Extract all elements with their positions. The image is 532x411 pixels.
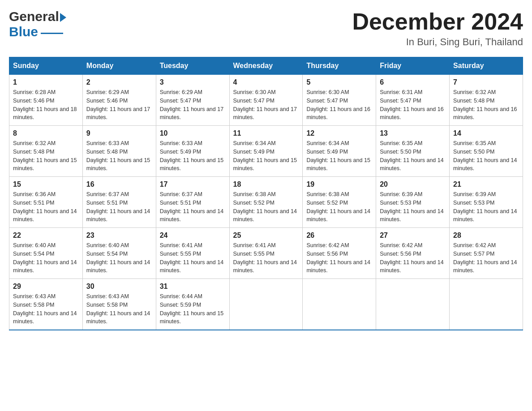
logo: General Blue: [9, 9, 67, 39]
day-number: 26: [306, 231, 372, 240]
table-row: [303, 279, 376, 330]
table-row: 20 Sunrise: 6:39 AM Sunset: 5:53 PM Dayl…: [376, 177, 450, 228]
day-number: 19: [306, 180, 372, 188]
table-row: 22 Sunrise: 6:40 AM Sunset: 5:54 PM Dayl…: [9, 228, 83, 279]
day-number: 17: [160, 180, 226, 188]
day-number: 16: [86, 180, 152, 188]
table-row: 19 Sunrise: 6:38 AM Sunset: 5:52 PM Dayl…: [303, 177, 376, 228]
day-info: Sunrise: 6:32 AM Sunset: 5:48 PM Dayligh…: [453, 88, 519, 122]
table-row: 18 Sunrise: 6:38 AM Sunset: 5:52 PM Dayl…: [229, 177, 303, 228]
table-row: 16 Sunrise: 6:37 AM Sunset: 5:51 PM Dayl…: [82, 177, 156, 228]
day-info: Sunrise: 6:40 AM Sunset: 5:54 PM Dayligh…: [13, 241, 79, 275]
day-info: Sunrise: 6:39 AM Sunset: 5:53 PM Dayligh…: [380, 190, 446, 224]
day-number: 22: [13, 231, 79, 240]
day-number: 18: [233, 180, 299, 188]
day-info: Sunrise: 6:42 AM Sunset: 5:56 PM Dayligh…: [380, 241, 446, 275]
col-saturday: Saturday: [450, 57, 523, 75]
day-info: Sunrise: 6:30 AM Sunset: 5:47 PM Dayligh…: [306, 88, 372, 122]
logo-general-text: General: [9, 9, 59, 24]
table-row: 30 Sunrise: 6:43 AM Sunset: 5:58 PM Dayl…: [82, 279, 156, 330]
day-number: 29: [13, 283, 79, 291]
table-row: [450, 279, 523, 330]
day-number: 28: [453, 231, 519, 240]
table-row: [229, 279, 303, 330]
day-number: 12: [306, 129, 372, 137]
table-row: 27 Sunrise: 6:42 AM Sunset: 5:56 PM Dayl…: [376, 228, 450, 279]
month-title: December 2024: [352, 9, 523, 34]
day-info: Sunrise: 6:36 AM Sunset: 5:51 PM Dayligh…: [13, 190, 79, 224]
title-section: December 2024 In Buri, Sing Buri, Thaila…: [352, 9, 523, 48]
day-info: Sunrise: 6:31 AM Sunset: 5:47 PM Dayligh…: [380, 88, 446, 122]
table-row: 23 Sunrise: 6:40 AM Sunset: 5:54 PM Dayl…: [82, 228, 156, 279]
table-row: 21 Sunrise: 6:39 AM Sunset: 5:53 PM Dayl…: [450, 177, 523, 228]
table-row: 11 Sunrise: 6:34 AM Sunset: 5:49 PM Dayl…: [229, 126, 303, 177]
day-number: 8: [13, 129, 79, 137]
day-info: Sunrise: 6:40 AM Sunset: 5:54 PM Dayligh…: [86, 241, 152, 275]
table-row: 15 Sunrise: 6:36 AM Sunset: 5:51 PM Dayl…: [9, 177, 83, 228]
col-thursday: Thursday: [303, 57, 376, 75]
calendar-week-row: 15 Sunrise: 6:36 AM Sunset: 5:51 PM Dayl…: [9, 177, 523, 228]
day-number: 25: [233, 231, 299, 240]
day-info: Sunrise: 6:41 AM Sunset: 5:55 PM Dayligh…: [160, 241, 226, 275]
day-number: 23: [86, 231, 152, 240]
day-info: Sunrise: 6:34 AM Sunset: 5:49 PM Dayligh…: [306, 139, 372, 173]
day-number: 21: [453, 180, 519, 188]
logo-arrow-icon: [60, 13, 66, 22]
day-info: Sunrise: 6:37 AM Sunset: 5:51 PM Dayligh…: [86, 190, 152, 224]
col-tuesday: Tuesday: [156, 57, 229, 75]
day-number: 14: [453, 129, 519, 137]
day-number: 1: [13, 78, 79, 86]
table-row: 8 Sunrise: 6:32 AM Sunset: 5:48 PM Dayli…: [9, 126, 83, 177]
day-number: 10: [160, 129, 226, 137]
table-row: 17 Sunrise: 6:37 AM Sunset: 5:51 PM Dayl…: [156, 177, 229, 228]
day-number: 20: [380, 180, 446, 188]
day-info: Sunrise: 6:42 AM Sunset: 5:56 PM Dayligh…: [306, 241, 372, 275]
col-sunday: Sunday: [9, 57, 83, 75]
day-info: Sunrise: 6:43 AM Sunset: 5:58 PM Dayligh…: [86, 292, 152, 326]
calendar-header-row: Sunday Monday Tuesday Wednesday Thursday…: [9, 57, 523, 75]
day-number: 31: [160, 283, 226, 291]
logo-blue-underline: [41, 33, 63, 34]
table-row: 2 Sunrise: 6:29 AM Sunset: 5:46 PM Dayli…: [82, 75, 156, 126]
table-row: [376, 279, 450, 330]
day-info: Sunrise: 6:28 AM Sunset: 5:46 PM Dayligh…: [13, 88, 79, 122]
day-info: Sunrise: 6:38 AM Sunset: 5:52 PM Dayligh…: [233, 190, 299, 224]
calendar-week-row: 1 Sunrise: 6:28 AM Sunset: 5:46 PM Dayli…: [9, 75, 523, 126]
day-number: 15: [13, 180, 79, 188]
table-row: 28 Sunrise: 6:42 AM Sunset: 5:57 PM Dayl…: [450, 228, 523, 279]
calendar-week-row: 29 Sunrise: 6:43 AM Sunset: 5:58 PM Dayl…: [9, 279, 523, 330]
table-row: 9 Sunrise: 6:33 AM Sunset: 5:48 PM Dayli…: [82, 126, 156, 177]
day-info: Sunrise: 6:43 AM Sunset: 5:58 PM Dayligh…: [13, 292, 79, 326]
day-info: Sunrise: 6:35 AM Sunset: 5:50 PM Dayligh…: [380, 139, 446, 173]
day-info: Sunrise: 6:39 AM Sunset: 5:53 PM Dayligh…: [453, 190, 519, 224]
table-row: 6 Sunrise: 6:31 AM Sunset: 5:47 PM Dayli…: [376, 75, 450, 126]
table-row: 5 Sunrise: 6:30 AM Sunset: 5:47 PM Dayli…: [303, 75, 376, 126]
col-monday: Monday: [82, 57, 156, 75]
day-info: Sunrise: 6:41 AM Sunset: 5:55 PM Dayligh…: [233, 241, 299, 275]
table-row: 24 Sunrise: 6:41 AM Sunset: 5:55 PM Dayl…: [156, 228, 229, 279]
table-row: 1 Sunrise: 6:28 AM Sunset: 5:46 PM Dayli…: [9, 75, 83, 126]
table-row: 7 Sunrise: 6:32 AM Sunset: 5:48 PM Dayli…: [450, 75, 523, 126]
day-number: 11: [233, 129, 299, 137]
day-info: Sunrise: 6:37 AM Sunset: 5:51 PM Dayligh…: [160, 190, 226, 224]
day-info: Sunrise: 6:32 AM Sunset: 5:48 PM Dayligh…: [13, 139, 79, 173]
location-subtitle: In Buri, Sing Buri, Thailand: [352, 36, 523, 48]
table-row: 31 Sunrise: 6:44 AM Sunset: 5:59 PM Dayl…: [156, 279, 229, 330]
day-info: Sunrise: 6:29 AM Sunset: 5:47 PM Dayligh…: [160, 88, 226, 122]
table-row: 4 Sunrise: 6:30 AM Sunset: 5:47 PM Dayli…: [229, 75, 303, 126]
day-number: 6: [380, 78, 446, 86]
day-info: Sunrise: 6:42 AM Sunset: 5:57 PM Dayligh…: [453, 241, 519, 275]
page-header: General Blue December 2024 In Buri, Sing…: [9, 9, 523, 48]
col-wednesday: Wednesday: [229, 57, 303, 75]
table-row: 25 Sunrise: 6:41 AM Sunset: 5:55 PM Dayl…: [229, 228, 303, 279]
day-info: Sunrise: 6:33 AM Sunset: 5:48 PM Dayligh…: [86, 139, 152, 173]
col-friday: Friday: [376, 57, 450, 75]
logo-blue-text: Blue: [9, 24, 38, 39]
table-row: 10 Sunrise: 6:33 AM Sunset: 5:49 PM Dayl…: [156, 126, 229, 177]
day-number: 4: [233, 78, 299, 86]
day-info: Sunrise: 6:33 AM Sunset: 5:49 PM Dayligh…: [160, 139, 226, 173]
day-info: Sunrise: 6:44 AM Sunset: 5:59 PM Dayligh…: [160, 292, 226, 326]
calendar-week-row: 22 Sunrise: 6:40 AM Sunset: 5:54 PM Dayl…: [9, 228, 523, 279]
table-row: 12 Sunrise: 6:34 AM Sunset: 5:49 PM Dayl…: [303, 126, 376, 177]
day-info: Sunrise: 6:38 AM Sunset: 5:52 PM Dayligh…: [306, 190, 372, 224]
